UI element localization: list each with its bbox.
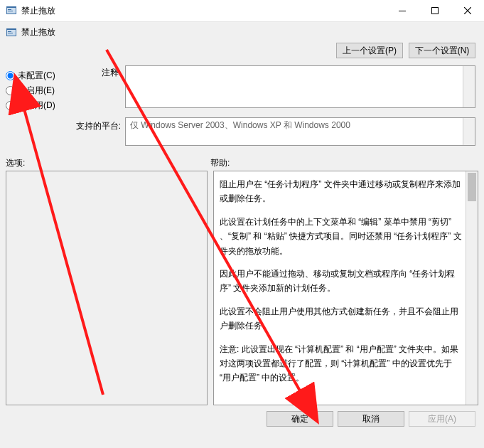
radio-disabled-label: 已禁用(D) [18,100,55,112]
help-paragraph: 此设置在计划任务中的上下文菜单和 “编辑” 菜单中禁用 “剪切” 、“复制” 和… [220,215,462,258]
help-label: 帮助: [210,157,230,169]
svg-rect-2 [8,9,11,10]
minimize-button[interactable] [386,0,419,21]
close-icon [464,7,471,14]
footer-buttons: 确定 取消 应用(A) [0,405,484,427]
help-paragraph: 注意: 此设置出现在 “计算机配置” 和 “用户配置” 文件夹中。如果对这两项设… [220,342,462,385]
previous-setting-label: 上一个设置(P) [343,46,397,55]
previous-setting-button[interactable]: 上一个设置(P) [336,43,403,58]
subtitle-text: 禁止拖放 [21,26,55,38]
cancel-button[interactable]: 取消 [338,411,404,427]
supported-platforms-text: 仅 Windows Server 2003、Windows XP 和 Windo… [130,120,350,130]
help-paragraph: 因此用户不能通过拖动、移动或复制文档或程序向 “任务计划程序” 文件夹添加新的计… [220,267,462,296]
svg-rect-3 [8,11,13,11]
help-paragraph: 此设置不会阻止用户使用其他方式创建新任务，并且不会阻止用户删除任务。 [220,304,462,334]
svg-rect-5 [432,8,439,14]
maximize-icon [431,7,439,14]
dialog-window: 禁止拖放 禁止拖放 上一个设置(P) 下一个设置(N) 未配置(C) [0,0,484,448]
section-labels: 选项: 帮助: [0,146,484,171]
window-title: 禁止拖放 [21,5,55,17]
svg-rect-8 [8,31,11,32]
svg-rect-9 [8,33,13,33]
supported-row: 支持的平台: 仅 Windows Server 2003、Windows XP … [0,114,484,146]
radio-group: 未配置(C) 已启用(E) 已禁用(D) [6,65,70,114]
radio-enabled[interactable]: 已启用(E) [6,85,70,97]
radio-disabled[interactable]: 已禁用(D) [6,100,70,112]
supported-platforms-box: 仅 Windows Server 2003、Windows XP 和 Windo… [125,117,475,146]
radio-not-configured-input[interactable] [6,71,15,80]
remarks-label: 注释: [70,65,125,79]
help-paragraph: 阻止用户在 “任务计划程序” 文件夹中通过移动或复制程序来添加或删除任务。 [220,177,462,206]
apply-label: 应用(A) [428,414,456,424]
next-setting-label: 下一个设置(N) [415,46,470,55]
options-panel [6,171,208,405]
help-panel: 阻止用户在 “任务计划程序” 文件夹中通过移动或复制程序来添加或删除任务。 此设… [213,171,478,405]
radio-disabled-input[interactable] [6,101,15,110]
svg-rect-4 [399,11,406,11]
cancel-label: 取消 [362,414,380,424]
options-label: 选项: [6,157,210,169]
radio-not-configured-label: 未配置(C) [18,70,55,82]
help-scrollbar[interactable] [466,171,478,405]
minimize-icon [399,7,406,14]
radio-enabled-input[interactable] [6,86,15,95]
close-button[interactable] [451,0,484,21]
nav-row: 上一个设置(P) 下一个设置(N) [0,40,484,65]
policy-icon [6,27,17,38]
radio-enabled-label: 已启用(E) [18,85,55,97]
title-bar: 禁止拖放 [0,0,484,22]
remarks-textarea[interactable] [125,65,475,108]
help-scrollbar-thumb[interactable] [468,173,476,201]
app-icon [6,5,17,16]
radio-not-configured[interactable]: 未配置(C) [6,70,70,82]
main-area: 阻止用户在 “任务计划程序” 文件夹中通过移动或复制程序来添加或删除任务。 此设… [0,171,484,405]
config-row: 未配置(C) 已启用(E) 已禁用(D) 注释: [0,65,484,114]
apply-button[interactable]: 应用(A) [409,411,475,427]
next-setting-button[interactable]: 下一个设置(N) [409,43,475,58]
supported-label: 支持的平台: [70,117,125,132]
subtitle-row: 禁止拖放 [0,22,484,40]
maximize-button[interactable] [419,0,451,21]
ok-label: 确定 [291,414,308,424]
ok-button[interactable]: 确定 [267,411,333,427]
